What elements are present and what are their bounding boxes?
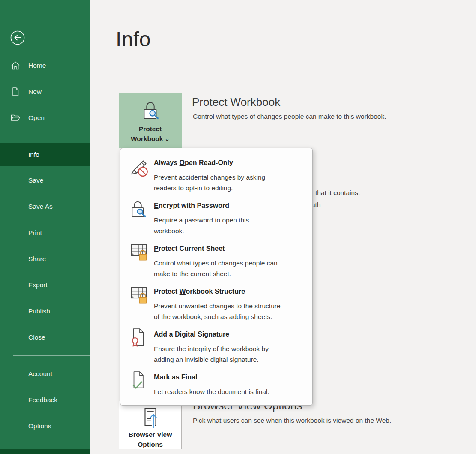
sidebar-item-save[interactable]: Save (0, 174, 90, 187)
protect-section-heading: Protect Workbook (192, 96, 280, 109)
open-folder-icon (10, 113, 21, 123)
sidebar-item-open[interactable]: Open (0, 111, 90, 124)
sidebar-item-label: Options (28, 422, 51, 430)
backstage-view: that it contains: ath Info Protect Workb… (0, 0, 476, 454)
sidebar-divider (13, 445, 90, 445)
mark-final-icon (128, 370, 150, 392)
sidebar-item-label: Save (28, 177, 43, 184)
menu-item-add-digital-signature[interactable]: Add a Digital Signature Ensure the integ… (120, 325, 312, 368)
inspect-text-fragment: that it contains: (315, 189, 360, 197)
sidebar-item-label: Home (28, 62, 46, 69)
sidebar-item-label: Export (28, 281, 48, 289)
sidebar-bottom-strip (0, 449, 90, 454)
new-document-icon (10, 87, 21, 97)
sidebar-item-label: Share (28, 255, 46, 263)
sidebar-item-share[interactable]: Share (0, 253, 90, 265)
page-title: Info (116, 27, 151, 51)
sidebar-divider (13, 355, 90, 356)
menu-item-title: Encrypt with Password (154, 202, 229, 210)
menu-item-title: Always Open Read-Only (154, 159, 233, 167)
menu-item-description: Let readers know the document is final. (154, 386, 269, 397)
sidebar-item-feedback[interactable]: Feedback (0, 394, 90, 406)
protect-section-description: Control what types of changes people can… (193, 113, 386, 120)
protect-tile-label: Protect Workbook (131, 125, 163, 142)
sidebar-item-label: Account (28, 370, 52, 378)
sidebar-item-label: Open (28, 114, 45, 122)
digital-signature-icon (128, 327, 150, 349)
sidebar-item-export[interactable]: Export (0, 279, 90, 292)
inspect-bullet-fragment: ath (311, 201, 321, 209)
menu-item-mark-as-final[interactable]: Mark as Final Let readers know the docum… (120, 368, 312, 402)
menu-item-description: Require a password to open this workbook… (154, 215, 249, 236)
chevron-down-icon: ⌄ (163, 135, 170, 142)
sidebar-item-save-as[interactable]: Save As (0, 200, 90, 213)
sidebar-item-account[interactable]: Account (0, 367, 90, 380)
pencil-blocked-icon (128, 155, 150, 177)
menu-item-description: Control what types of changes people can… (154, 258, 278, 279)
workbook-lock-icon (128, 284, 150, 306)
sidebar-item-label: Print (28, 229, 42, 237)
menu-item-protect-workbook-structure[interactable]: Protect Workbook Structure Prevent unwan… (120, 282, 312, 325)
sidebar-item-label: Info (28, 151, 39, 159)
menu-item-description: Ensure the integrity of the workbook by … (154, 343, 269, 365)
browser-view-options-button[interactable]: Browser View Options (119, 401, 182, 449)
menu-item-encrypt-with-password[interactable]: Encrypt with Password Require a password… (120, 196, 312, 239)
protect-workbook-dropdown: Always Open Read-Only Prevent accidental… (120, 148, 313, 406)
backstage-sidebar: Home New Open Info Save Save As (0, 0, 90, 454)
menu-item-description: Prevent unwanted changes to the structur… (154, 301, 281, 322)
sidebar-item-label: Save As (28, 203, 53, 210)
sidebar-item-home[interactable]: Home (0, 59, 90, 72)
back-button[interactable] (10, 30, 25, 45)
sidebar-item-label: Close (28, 334, 45, 341)
menu-item-description: Prevent accidental changes by asking rea… (154, 172, 265, 193)
back-arrow-icon (10, 30, 25, 45)
menu-item-always-open-read-only[interactable]: Always Open Read-Only Prevent accidental… (120, 153, 312, 196)
sidebar-item-new[interactable]: New (0, 85, 90, 98)
sidebar-item-info[interactable]: Info (0, 143, 90, 166)
sidebar-divider (13, 137, 90, 137)
menu-item-title: Mark as Final (154, 373, 197, 381)
sidebar-item-label: Feedback (28, 396, 57, 404)
sidebar-item-label: Publish (28, 307, 50, 315)
sidebar-item-publish[interactable]: Publish (0, 305, 90, 318)
sidebar-item-label: New (28, 88, 42, 96)
sidebar-item-print[interactable]: Print (0, 226, 90, 239)
browser-tile-label: Browser View Options (129, 431, 172, 448)
menu-item-title: Add a Digital Signature (154, 331, 229, 338)
sheet-lock-icon (128, 241, 150, 263)
menu-item-title: Protect Workbook Structure (154, 288, 245, 295)
browser-section-description: Pick what users can see when this workbo… (193, 417, 391, 424)
lock-key-icon (128, 198, 150, 220)
sidebar-item-options[interactable]: Options (0, 420, 90, 433)
browser-view-icon (138, 406, 163, 429)
protect-workbook-button[interactable]: Protect Workbook ⌄ (119, 93, 182, 148)
lock-key-icon (138, 98, 163, 123)
home-icon (10, 60, 21, 71)
menu-item-protect-current-sheet[interactable]: Protect Current Sheet Control what types… (120, 239, 312, 282)
sidebar-item-close[interactable]: Close (0, 331, 90, 344)
menu-item-title: Protect Current Sheet (154, 245, 225, 253)
